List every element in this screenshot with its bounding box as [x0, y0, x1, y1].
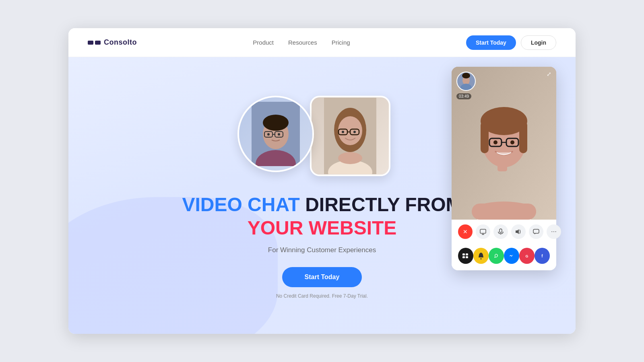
- nav-links: Product Resources Pricing: [253, 39, 350, 46]
- logo-square-1: [88, 41, 93, 45]
- svg-rect-26: [481, 121, 489, 153]
- svg-point-50: [481, 258, 482, 259]
- svg-point-38: [462, 73, 470, 78]
- thumbnail-right: [310, 96, 390, 176]
- video-timer: 03:49: [456, 93, 471, 99]
- svg-rect-46: [462, 253, 465, 255]
- brand-name: Consolto: [104, 38, 137, 47]
- hero-cta-note: No Credit Card Required. Free 7-Day Tria…: [276, 293, 368, 299]
- nav-link-resources[interactable]: Resources: [288, 39, 317, 46]
- video-main-area: 03:49 ⤢: [452, 67, 556, 220]
- nav-item-product[interactable]: Product: [253, 39, 274, 46]
- video-thumbnails: [182, 92, 462, 180]
- speaker-button[interactable]: [511, 224, 526, 239]
- svg-rect-34: [472, 204, 536, 220]
- nav-link-pricing[interactable]: Pricing: [332, 39, 350, 46]
- notification-social-button[interactable]: [473, 248, 489, 264]
- svg-point-31: [493, 140, 497, 144]
- hero-title: VIDEO CHAT DIRECTLY FROM YOUR WEBSITE: [182, 193, 462, 239]
- nav-link-product[interactable]: Product: [253, 39, 274, 46]
- more-options-button[interactable]: ⋯: [547, 224, 561, 239]
- svg-point-8: [267, 133, 270, 136]
- svg-rect-42: [500, 229, 502, 232]
- svg-point-51: [493, 253, 500, 259]
- hero-title-blue: VIDEO CHAT: [182, 194, 299, 215]
- logo-icon: [88, 41, 101, 45]
- consolto-social-button[interactable]: [458, 248, 473, 264]
- social-icons-row: G f: [452, 244, 556, 270]
- google-social-button[interactable]: G: [519, 248, 535, 264]
- person-female: [312, 97, 389, 175]
- nav-login-button[interactable]: Login: [521, 35, 556, 50]
- svg-point-4: [263, 115, 289, 131]
- svg-point-9: [278, 133, 280, 136]
- chat-button[interactable]: [529, 224, 543, 239]
- nav-item-pricing[interactable]: Pricing: [332, 39, 350, 46]
- video-thumbnail-mini: [456, 72, 476, 91]
- whatsapp-social-button[interactable]: [489, 248, 504, 264]
- video-controls-bar: ✕ ⋯: [452, 220, 556, 244]
- expand-icon[interactable]: ⤢: [547, 71, 551, 77]
- hero-title-red: YOUR WEBSITE: [182, 216, 462, 240]
- person-male: [239, 97, 312, 171]
- svg-rect-27: [519, 121, 527, 153]
- microphone-button[interactable]: [493, 224, 508, 239]
- nav-start-today-button[interactable]: Start Today: [466, 35, 516, 50]
- svg-point-19: [338, 152, 362, 164]
- svg-marker-44: [516, 229, 519, 234]
- svg-rect-39: [480, 229, 486, 233]
- logo-square-2: [95, 41, 101, 45]
- svg-text:G: G: [525, 254, 528, 258]
- svg-rect-48: [462, 256, 465, 258]
- nav-actions: Start Today Login: [466, 35, 556, 50]
- svg-point-32: [510, 140, 514, 144]
- svg-point-18: [353, 131, 356, 133]
- hero-subtitle: For Winning Customer Experiences: [182, 246, 462, 254]
- hero-title-dark: DIRECTLY FROM: [305, 194, 462, 215]
- hero-content: VIDEO CHAT DIRECTLY FROM YOUR WEBSITE Fo…: [182, 92, 462, 299]
- messenger-social-button[interactable]: [504, 248, 519, 264]
- logo: Consolto: [88, 38, 137, 47]
- video-widget: 03:49 ⤢ ✕ ⋯: [452, 67, 556, 270]
- svg-rect-45: [533, 229, 539, 233]
- facebook-social-button[interactable]: f: [535, 248, 550, 264]
- hero-section: VIDEO CHAT DIRECTLY FROM YOUR WEBSITE Fo…: [68, 57, 576, 334]
- thumbnail-left: [237, 96, 314, 172]
- browser-window: Consolto Product Resources Pricing Start…: [68, 28, 576, 334]
- svg-rect-49: [466, 256, 468, 258]
- svg-rect-47: [466, 253, 468, 255]
- nav-item-resources[interactable]: Resources: [288, 39, 317, 46]
- navbar: Consolto Product Resources Pricing Start…: [68, 28, 576, 57]
- end-call-button[interactable]: ✕: [458, 224, 473, 239]
- svg-point-17: [342, 131, 344, 133]
- hero-start-today-button[interactable]: Start Today: [282, 267, 362, 287]
- screen-share-button[interactable]: [476, 224, 490, 239]
